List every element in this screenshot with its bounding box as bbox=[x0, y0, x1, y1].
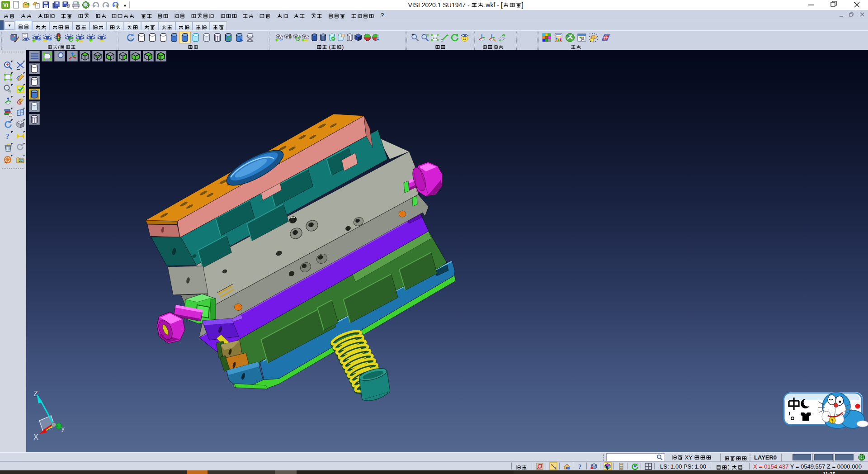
svg-text:y: y bbox=[61, 425, 65, 432]
svg-text:1:1: 1:1 bbox=[433, 36, 437, 39]
svg-text:X: X bbox=[33, 433, 38, 441]
svg-text:?: ? bbox=[578, 463, 582, 470]
svg-text:?: ? bbox=[5, 132, 9, 141]
